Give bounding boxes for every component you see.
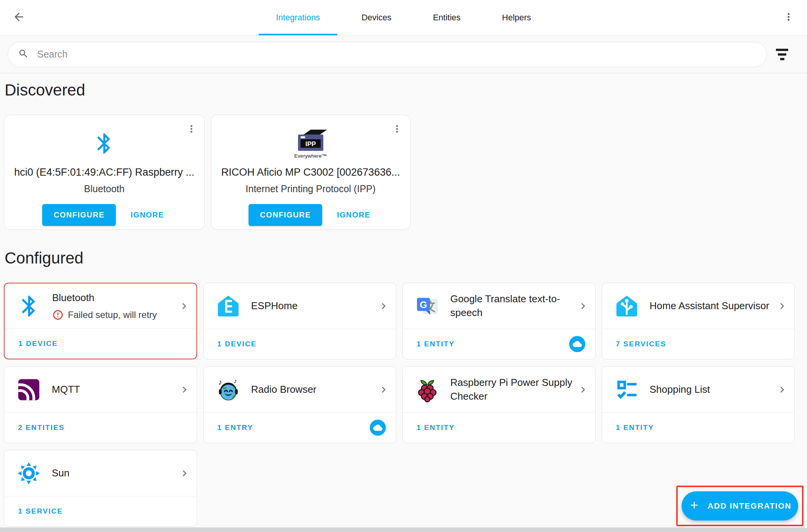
search-icon [18,48,29,61]
ignore-button[interactable]: IGNORE [334,210,372,220]
chevron-right-icon[interactable] [178,467,191,479]
entities-link[interactable]: 1 ENTITY [417,340,455,348]
search-input[interactable] [36,48,757,60]
configure-button[interactable]: CONFIGURE [249,204,323,226]
shopping-list-icon [613,376,641,404]
tab-label: Entities [433,13,461,23]
integration-name: MQTT [52,383,177,396]
tab-label: Integrations [276,13,320,23]
kebab-menu-icon [391,123,403,136]
configured-card-mqtt[interactable]: MQTT 2 ENTITIES [4,366,197,443]
configured-card-bluetooth[interactable]: Bluetooth Failed setup, will retry 1 DEV… [4,283,197,359]
bluetooth-icon [15,292,43,320]
configured-card-radio-browser[interactable]: ♪ ♪ Radio Browser 1 ENTRY [203,366,397,443]
chevron-right-icon[interactable] [577,300,589,312]
card-title-box: Bluetooth Failed setup, will retry [52,291,176,321]
chevron-right-icon[interactable] [377,384,390,396]
search-box[interactable] [8,42,767,67]
card-main-row: Raspberry Pi Power Supply Checker [403,367,595,412]
discovered-actions: CONFIGURE IGNORE [4,204,204,226]
svg-text:G: G [420,300,427,310]
back-button[interactable] [10,9,28,26]
card-footer: 1 SERVICE [4,496,197,526]
integration-name: Radio Browser [251,383,376,396]
search-row [0,36,807,73]
entities-link[interactable]: 2 ENTITIES [18,423,64,432]
card-main-row: Sun [4,450,197,496]
card-main-row: Bluetooth Failed setup, will retry [5,283,196,328]
window-bottom-edge [0,527,807,532]
discovered-device-name: hci0 (E4:5F:01:49:AC:FF) Raspberry ... [4,166,204,178]
arrow-left-icon [12,10,25,25]
svg-text:♪: ♪ [218,378,222,386]
tab-devices[interactable]: Devices [344,0,408,35]
chevron-right-icon[interactable] [178,384,191,396]
cloud-badge [569,336,585,352]
card-main-row: ♪ ♪ Radio Browser [204,367,396,412]
chevron-right-icon[interactable] [776,300,788,312]
entities-link[interactable]: 1 DEVICE [18,339,58,348]
tab-entities[interactable]: Entities [416,0,478,35]
configured-card-esphome[interactable]: ESPHome 1 DEVICE [203,283,397,359]
chevron-right-icon[interactable] [776,384,788,396]
entities-link[interactable]: 1 DEVICE [217,340,257,348]
svg-text:IPP: IPP [305,140,316,148]
chevron-right-icon[interactable] [377,300,390,312]
discovered-device-name: RICOH Aficio MP C3002 [002673636... [211,166,410,178]
entities-link[interactable]: 1 ENTITY [616,423,654,432]
tab-bar: IntegrationsDevicesEntitiesHelpers [259,0,548,35]
discovered-actions: CONFIGURE IGNORE [211,204,410,226]
integration-name: ESPHome [251,299,376,313]
add-integration-button[interactable]: ADD INTEGRATION [682,491,798,520]
chevron-right-icon[interactable] [577,384,589,396]
chevron-right-icon[interactable] [178,300,190,312]
configured-card-shopping-list[interactable]: Shopping List 1 ENTITY [602,366,795,443]
tab-integrations[interactable]: Integrations [259,0,337,35]
card-footer: 1 DEVICE [204,329,396,359]
ipp-logo-icon: IPPEverywhere™ [211,126,410,161]
card-footer: 7 SERVICES [602,329,795,359]
filter-button[interactable] [767,49,797,60]
content-area: Discovered hci0 (E4:5F:01:49:AC:FF) Rasp… [0,73,807,527]
card-title-box: Raspberry Pi Power Supply Checker [450,376,575,403]
discovered-heading: Discovered [4,73,795,115]
integration-name: Shopping List [650,383,775,396]
card-main-row: Shopping List [602,367,795,412]
entities-link[interactable]: 1 ENTITY [417,423,455,432]
discovered-integration-name: Internet Printing Protocol (IPP) [211,183,410,194]
kebab-menu-icon [783,11,794,24]
discovered-grid: hci0 (E4:5F:01:49:AC:FF) Raspberry ... B… [4,115,795,230]
setup-error-text: Failed setup, will retry [68,310,157,320]
integration-name: Raspberry Pi Power Supply Checker [450,376,575,403]
integration-name: Sun [52,466,177,480]
integrations-page: IntegrationsDevicesEntitiesHelpers Disco… [0,0,807,532]
configured-heading: Configured [4,230,795,283]
entities-link[interactable]: 1 ENTRY [217,423,254,432]
kebab-menu-icon [186,123,197,136]
configured-card-google-translate-text-to-speech[interactable]: G Google Translate text-to-speech 1 ENTI… [402,283,596,359]
configured-card-sun[interactable]: Sun 1 SERVICE [4,450,197,527]
sun-icon [15,460,43,487]
card-footer: 1 ENTRY [204,412,396,443]
card-footer: 1 ENTITY [403,412,595,443]
top-app-bar: IntegrationsDevicesEntitiesHelpers [0,0,807,36]
configured-card-home-assistant-supervisor[interactable]: Home Assistant Supervisor 7 SERVICES [602,283,795,359]
radio-browser-icon: ♪ ♪ [214,376,242,404]
ignore-button[interactable]: IGNORE [128,210,166,220]
card-footer: 1 DEVICE [5,328,196,359]
card-menu-button[interactable] [389,122,405,137]
card-main-row: G Google Translate text-to-speech [403,283,595,329]
esphome-icon [214,292,242,320]
discovered-card-internet-printing-protocol-ipp: IPPEverywhere™ RICOH Aficio MP C3002 [00… [211,115,410,230]
mqtt-icon [15,376,43,404]
entities-link[interactable]: 1 SERVICE [18,507,63,516]
overflow-menu-button[interactable] [780,9,797,26]
add-integration-label: ADD INTEGRATION [708,501,791,511]
configure-button[interactable]: CONFIGURE [42,204,116,226]
tab-label: Helpers [502,13,531,23]
tab-helpers[interactable]: Helpers [485,0,548,35]
card-menu-button[interactable] [184,122,199,137]
configured-card-raspberry-pi-power-supply-checker[interactable]: Raspberry Pi Power Supply Checker 1 ENTI… [402,366,596,443]
entities-link[interactable]: 7 SERVICES [616,340,667,348]
card-footer: 1 ENTITY [403,329,595,359]
